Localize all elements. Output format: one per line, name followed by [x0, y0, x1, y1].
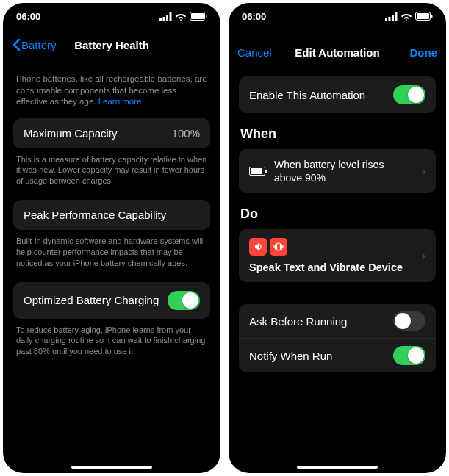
enable-automation-row: Enable This Automation: [239, 76, 436, 113]
time: 06:00: [16, 11, 40, 22]
notify-when-run-row: Notify When Run: [239, 338, 436, 372]
done-button[interactable]: Done: [410, 46, 438, 59]
optimized-charging-footer: To reduce battery aging, iPhone learns f…: [16, 325, 207, 358]
speak-text-icon: [249, 238, 267, 256]
content: Phone batteries, like all rechargeable b…: [3, 60, 220, 473]
optimized-charging-row: Optimized Battery Charging: [13, 282, 210, 319]
enable-automation-toggle[interactable]: [393, 85, 425, 104]
max-capacity-value: 100%: [172, 127, 200, 140]
svg-rect-3: [170, 12, 172, 21]
svg-rect-12: [417, 13, 429, 19]
chevron-right-icon: ›: [422, 249, 425, 262]
home-indicator[interactable]: [71, 466, 152, 469]
max-capacity-label: Maximum Capacity: [24, 127, 118, 140]
battery-icon: [415, 12, 433, 21]
nav-bar: Battery Battery Health: [3, 29, 220, 60]
learn-more-link[interactable]: Learn more…: [98, 97, 150, 106]
optimized-charging-label: Optimized Battery Charging: [24, 294, 159, 306]
do-action-row[interactable]: Speak Text and Vibrate Device ›: [239, 229, 436, 282]
battery-level-icon: [249, 167, 265, 176]
time: 06:00: [242, 11, 266, 22]
svg-rect-7: [385, 18, 387, 21]
svg-rect-5: [191, 13, 204, 19]
phone-left: 06:00 Battery Battery Health Phone batte…: [3, 3, 220, 473]
optimized-charging-toggle[interactable]: [168, 291, 200, 310]
battery-icon: [190, 12, 207, 21]
ask-before-running-toggle[interactable]: [393, 311, 425, 331]
svg-rect-13: [431, 15, 433, 18]
back-button[interactable]: Battery: [12, 38, 57, 51]
vibrate-icon: [270, 238, 287, 256]
action-icons: [249, 238, 422, 256]
wifi-icon: [400, 12, 412, 21]
phone-right: 06:00 Cancel Edit Automation Done Enable…: [229, 3, 446, 473]
cellular-icon: [159, 12, 172, 21]
modal-nav: Cancel Edit Automation Done: [229, 37, 446, 68]
home-indicator[interactable]: [297, 466, 378, 469]
ask-before-running-label: Ask Before Running: [249, 315, 347, 328]
max-capacity-footer: This is a measure of battery capacity re…: [16, 154, 207, 187]
do-heading: Do: [240, 206, 434, 222]
svg-rect-10: [395, 12, 398, 21]
run-options-group: Ask Before Running Notify When Run: [239, 304, 436, 372]
svg-rect-6: [206, 15, 207, 18]
notify-when-run-label: Notify When Run: [249, 350, 332, 362]
content: Enable This Automation When When battery…: [229, 68, 446, 473]
cellular-icon: [385, 12, 398, 21]
intro-text: Phone batteries, like all rechargeable b…: [16, 73, 207, 108]
wifi-icon: [175, 12, 187, 21]
peak-performance-footer: Built-in dynamic software and hardware s…: [16, 236, 207, 269]
svg-rect-9: [392, 15, 394, 21]
do-action-title: Speak Text and Vibrate Device: [249, 262, 422, 273]
status-bar: 06:00: [229, 3, 446, 29]
cancel-button[interactable]: Cancel: [237, 46, 272, 59]
back-label: Battery: [21, 39, 57, 51]
svg-rect-2: [166, 15, 168, 21]
status-icons: [385, 12, 433, 21]
when-heading: When: [240, 126, 434, 142]
max-capacity-row[interactable]: Maximum Capacity 100%: [13, 118, 210, 148]
chevron-left-icon: [12, 38, 21, 51]
when-condition-text: When battery level rises above 90%: [274, 158, 413, 184]
peak-performance-row[interactable]: Peak Performance Capability: [13, 200, 210, 230]
ask-before-running-row: Ask Before Running: [239, 304, 436, 338]
chevron-right-icon: ›: [422, 165, 425, 178]
enable-automation-label: Enable This Automation: [249, 89, 365, 101]
notify-when-run-toggle[interactable]: [393, 346, 425, 365]
svg-rect-8: [389, 17, 391, 21]
when-condition-row[interactable]: When battery level rises above 90% ›: [239, 149, 436, 193]
svg-rect-0: [159, 18, 162, 21]
peak-performance-label: Peak Performance Capability: [24, 209, 166, 221]
svg-rect-14: [277, 243, 281, 250]
svg-rect-1: [163, 17, 165, 21]
status-icons: [159, 12, 207, 21]
status-bar: 06:00: [3, 3, 220, 29]
